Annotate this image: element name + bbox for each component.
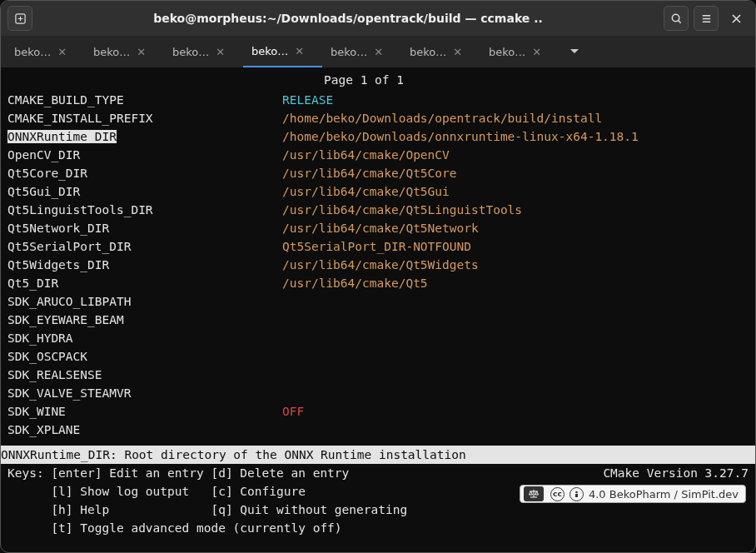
cmake-entry[interactable]: Qt5Network_DIR/usr/lib64/cmake/Qt5Networ…: [7, 219, 749, 237]
entry-value: /home/beko/Downloads/opentrack/build/ins…: [282, 109, 602, 127]
entry-key: Qt5_DIR: [7, 274, 282, 292]
entry-value: Qt5SerialPort_DIR-NOTFOUND: [282, 237, 471, 256]
svg-point-2: [575, 491, 578, 493]
cmake-entry[interactable]: Qt5Widgets_DIR/usr/lib64/cmake/Qt5Widget…: [7, 256, 749, 274]
license-text: 4.0 BekoPharm / SimPit.dev: [589, 488, 739, 501]
cmake-entry[interactable]: SDK_EYEWARE_BEAM: [7, 311, 749, 329]
cmake-entry[interactable]: SDK_ARUCO_LIBPATH: [7, 292, 749, 311]
entry-key: SDK_VALVE_STEAMVR: [7, 384, 282, 402]
scale-icon: [524, 486, 544, 501]
terminal-tab[interactable]: beko…✕: [6, 36, 85, 67]
tab-label: beko…: [410, 46, 446, 58]
close-icon[interactable]: ✕: [137, 46, 146, 58]
terminal-tab[interactable]: beko…✕: [243, 36, 322, 67]
tab-label: beko…: [489, 46, 525, 58]
entry-key: SDK_HYDRA: [7, 329, 282, 347]
terminal-tab[interactable]: beko…✕: [164, 36, 243, 67]
cmake-entry[interactable]: SDK_VALVE_STEAMVR: [7, 384, 749, 402]
entry-key: Qt5LinguistTools_DIR: [7, 201, 282, 219]
menu-button[interactable]: [694, 6, 719, 31]
entry-key: SDK_OSCPACK: [7, 347, 282, 366]
keys-line: [h] Help [q] Quit without generating: [7, 501, 407, 519]
keys-line: [l] Show log output [c] Configure: [7, 482, 306, 501]
new-tab-button[interactable]: [7, 6, 32, 31]
close-icon[interactable]: ✕: [453, 46, 462, 58]
entry-value: /usr/lib64/cmake/OpenCV: [282, 146, 450, 164]
terminal-tab[interactable]: beko…✕: [85, 36, 164, 67]
cc-icon: cc: [550, 487, 565, 501]
entry-key: SDK_EYEWARE_BEAM: [7, 311, 282, 329]
close-icon[interactable]: ✕: [532, 46, 541, 58]
close-icon[interactable]: ✕: [216, 46, 225, 58]
entry-key: SDK_XPLANE: [7, 421, 282, 439]
close-icon[interactable]: ✕: [57, 46, 67, 58]
svg-point-1: [672, 14, 679, 21]
entry-description: ONNXRuntime_DIR: Root directory of the O…: [0, 446, 756, 464]
keys-line: Keys: [enter] Edit an entry [d] Delete a…: [7, 464, 349, 482]
entry-value: /usr/lib64/cmake/Qt5Widgets: [282, 256, 479, 274]
tab-label: beko…: [251, 45, 288, 57]
close-icon[interactable]: ✕: [295, 45, 304, 57]
entry-key: Qt5Widgets_DIR: [7, 256, 282, 274]
tab-label: beko…: [172, 46, 209, 58]
entry-key: SDK_ARUCO_LIBPATH: [7, 292, 282, 311]
window-title: beko@morpheus:~/Downloads/opentrack/buil…: [37, 12, 659, 25]
cmake-entry[interactable]: Qt5Gui_DIR/usr/lib64/cmake/Qt5Gui: [7, 182, 749, 201]
entry-value: /home/beko/Downloads/onnxruntime-linux-x…: [282, 127, 639, 146]
terminal-tab[interactable]: beko…✕: [322, 36, 401, 67]
cmake-entry[interactable]: CMAKE_INSTALL_PREFIX/home/beko/Downloads…: [7, 109, 749, 127]
cmake-entry[interactable]: Qt5LinguistTools_DIR/usr/lib64/cmake/Qt5…: [7, 201, 749, 219]
page-indicator: Page 1 of 1: [7, 71, 749, 89]
window-titlebar: beko@morpheus:~/Downloads/opentrack/buil…: [1, 1, 755, 36]
cmake-entry[interactable]: Qt5_DIR/usr/lib64/cmake/Qt5: [7, 274, 749, 292]
entry-key: OpenCV_DIR: [7, 146, 282, 164]
terminal-tab[interactable]: beko…✕: [401, 36, 480, 67]
license-badge: cc 4.0 BekoPharm / SimPit.dev: [520, 485, 746, 503]
entry-key: CMAKE_INSTALL_PREFIX: [7, 109, 282, 127]
entry-key: ONNXRuntime_DIR: [7, 127, 282, 146]
entry-value: /usr/lib64/cmake/Qt5Gui: [282, 182, 450, 201]
entry-key: Qt5Gui_DIR: [7, 182, 282, 201]
tab-overflow-button[interactable]: [560, 36, 589, 67]
cmake-entry[interactable]: CMAKE_BUILD_TYPERELEASE: [7, 91, 749, 109]
entry-key: Qt5Network_DIR: [7, 219, 282, 237]
keys-line: [t] Toggle advanced mode (currently off): [7, 519, 342, 537]
entry-value: /usr/lib64/cmake/Qt5LinguistTools: [282, 201, 522, 219]
entry-value: /usr/lib64/cmake/Qt5: [282, 274, 428, 292]
cmake-entry[interactable]: SDK_OSCPACK: [7, 347, 749, 366]
entry-value: /usr/lib64/cmake/Qt5Network: [282, 219, 479, 237]
cmake-entry[interactable]: ONNXRuntime_DIR/home/beko/Downloads/onnx…: [7, 127, 749, 146]
tab-label: beko…: [14, 46, 51, 58]
cmake-entry[interactable]: Qt5Core_DIR/usr/lib64/cmake/Qt5Core: [7, 164, 749, 182]
cmake-entry[interactable]: OpenCV_DIR/usr/lib64/cmake/OpenCV: [7, 146, 749, 164]
entry-key: Qt5Core_DIR: [7, 164, 282, 182]
cmake-version: CMake Version 3.27.7: [603, 464, 749, 482]
entry-value: /usr/lib64/cmake/Qt5Core: [282, 164, 457, 182]
entry-key: SDK_REALSENSE: [7, 366, 282, 384]
cmake-entry[interactable]: Qt5SerialPort_DIRQt5SerialPort_DIR-NOTFO…: [7, 237, 749, 256]
by-icon: [569, 487, 584, 501]
entry-key: CMAKE_BUILD_TYPE: [7, 91, 282, 109]
tab-bar: beko…✕beko…✕beko…✕beko…✕beko…✕beko…✕beko…: [1, 36, 755, 67]
close-button[interactable]: [724, 6, 749, 31]
search-button[interactable]: [664, 6, 689, 31]
entry-value: OFF: [282, 402, 304, 421]
terminal-content[interactable]: Page 1 of 1 CMAKE_BUILD_TYPERELEASECMAKE…: [1, 67, 755, 441]
entry-key: Qt5SerialPort_DIR: [7, 237, 282, 256]
cmake-entry[interactable]: SDK_WINEOFF: [7, 402, 749, 421]
cmake-entry[interactable]: SDK_HYDRA: [7, 329, 749, 347]
cmake-entry[interactable]: SDK_REALSENSE: [7, 366, 749, 384]
tab-label: beko…: [93, 46, 130, 58]
cmake-entry[interactable]: SDK_XPLANE: [7, 421, 749, 439]
terminal-tab[interactable]: beko…✕: [480, 36, 560, 67]
tab-label: beko…: [331, 46, 367, 58]
close-icon[interactable]: ✕: [374, 46, 383, 58]
entry-value: RELEASE: [282, 91, 333, 109]
entry-key: SDK_WINE: [7, 402, 282, 421]
